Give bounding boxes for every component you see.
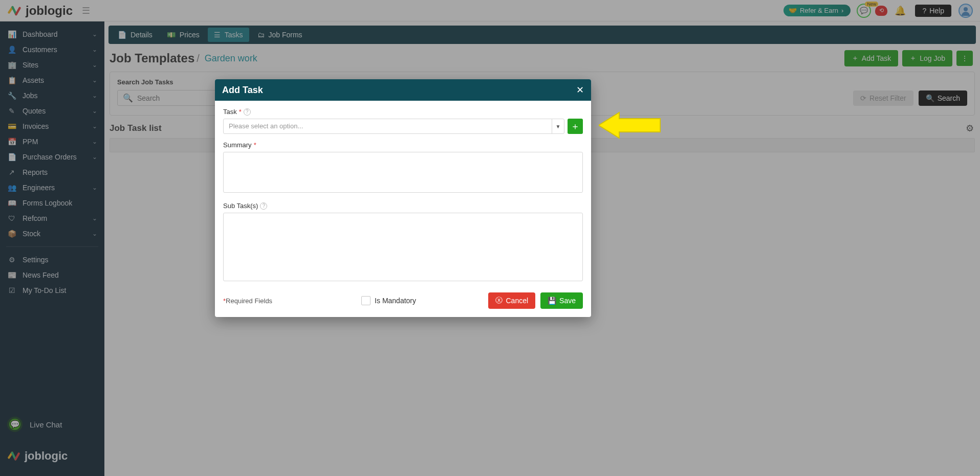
is-mandatory-checkbox[interactable]: Is Mandatory — [361, 296, 416, 305]
checkbox-icon[interactable] — [361, 296, 371, 305]
task-label-text: Task — [223, 108, 237, 116]
summary-textarea[interactable] — [223, 152, 583, 193]
save-button[interactable]: 💾Save — [540, 292, 583, 309]
is-mandatory-label: Is Mandatory — [375, 297, 416, 305]
subtasks-field-label: Sub Task(s) ? — [223, 202, 583, 210]
modal-header: Add Task ✕ — [215, 79, 591, 101]
task-field-label: Task* ? — [223, 108, 583, 116]
add-new-task-option-button[interactable]: ＋ — [568, 119, 583, 134]
cancel-button[interactable]: ⓧCancel — [488, 292, 535, 309]
add-task-modal: Add Task ✕ Task* ? Please select an opti… — [215, 79, 591, 317]
required-note: *Required Fields — [223, 297, 272, 305]
subtasks-label-text: Sub Task(s) — [223, 202, 258, 210]
save-label: Save — [559, 297, 576, 305]
modal-footer: *Required Fields Is Mandatory ⓧCancel 💾S… — [223, 292, 583, 309]
modal-close-icon[interactable]: ✕ — [576, 84, 584, 96]
summary-field-label: Summary* — [223, 141, 583, 149]
save-icon: 💾 — [548, 297, 556, 305]
help-icon[interactable]: ? — [244, 108, 251, 116]
subtasks-textarea[interactable] — [223, 213, 583, 281]
modal-title: Add Task — [222, 85, 263, 96]
plus-icon: ＋ — [571, 120, 580, 132]
help-icon[interactable]: ? — [260, 202, 267, 210]
chevron-down-icon[interactable]: ▼ — [552, 119, 564, 133]
cancel-label: Cancel — [506, 297, 528, 305]
task-select-placeholder: Please select an option... — [224, 119, 552, 133]
task-select[interactable]: Please select an option... ▼ — [223, 119, 564, 134]
summary-label-text: Summary — [223, 141, 252, 149]
close-circle-icon: ⓧ — [495, 296, 503, 305]
